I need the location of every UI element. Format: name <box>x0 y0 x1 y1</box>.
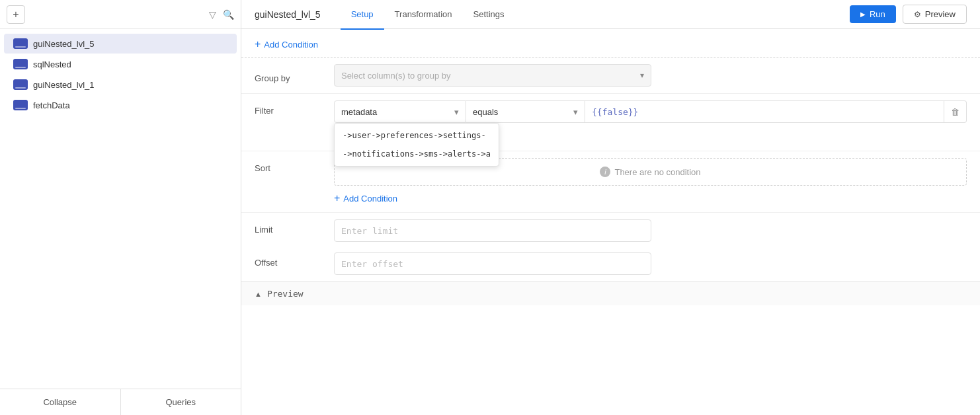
preview-footer-label: Preview <box>267 289 304 299</box>
sidebar-footer: Collapse Queries <box>0 389 241 415</box>
query-icon <box>13 79 28 90</box>
filter-label: Filter <box>255 100 321 116</box>
limit-section: Limit Offset <box>241 213 980 282</box>
query-icon <box>13 38 28 49</box>
sidebar: + ▽ 🔍 guiNested_lvl_5 sqlNested guiNeste… <box>0 0 241 415</box>
sidebar-icon-group: ▽ 🔍 <box>209 9 234 20</box>
trash-icon: 🗑 <box>951 107 960 117</box>
sidebar-item-label: guiNested_lvl_1 <box>33 80 95 90</box>
sort-label: Sort <box>255 158 321 173</box>
tab-transformation[interactable]: Transformation <box>384 1 463 30</box>
sidebar-item-sqlnested[interactable]: sqlNested <box>4 54 237 74</box>
sidebar-items-list: guiNested_lvl_5 sqlNested guiNested_lvl_… <box>0 29 241 389</box>
sidebar-header: + ▽ 🔍 <box>0 0 241 29</box>
tab-bar: Setup Transformation Settings <box>341 0 515 29</box>
preview-button[interactable]: Preview <box>903 5 967 24</box>
info-icon: i <box>600 167 610 177</box>
dropdown-item[interactable]: ->notifications->sms->alerts->a <box>335 145 499 163</box>
plus-icon: + <box>255 38 261 50</box>
collapse-button[interactable]: Collapse <box>0 389 120 415</box>
dropdown-item[interactable]: ->user->preferences->settings- <box>335 126 499 145</box>
filter-operator-select[interactable]: equals ▾ <box>466 100 585 123</box>
filter-dropdown-popup: ->user->preferences->settings- ->notific… <box>334 123 499 167</box>
document-title: guiNested_lvl_5 <box>255 9 321 20</box>
sidebar-item-guinested-lvl1[interactable]: guiNested_lvl_1 <box>4 75 237 94</box>
search-icon[interactable]: 🔍 <box>223 9 234 20</box>
group-by-label: Group by <box>255 68 321 83</box>
filter-field-select[interactable]: metadata ▾ ->user->preferences->settings… <box>334 100 466 123</box>
header-left: guiNested_lvl_5 Setup Transformation Set… <box>255 0 515 29</box>
filter-row: metadata ▾ ->user->preferences->settings… <box>334 100 967 123</box>
chevron-down-icon: ▾ <box>573 107 578 117</box>
add-condition-top-section: + Add Condition <box>241 29 980 57</box>
offset-label: Offset <box>255 252 321 268</box>
group-by-select[interactable]: Select column(s) to group by ▾ <box>334 64 651 87</box>
filter-section: Filter metadata ▾ ->user->preferences->s… <box>241 94 980 151</box>
sidebar-item-label: sqlNested <box>33 59 71 69</box>
preview-footer[interactable]: ▲ Preview <box>241 282 980 305</box>
tab-settings[interactable]: Settings <box>463 1 515 30</box>
main-panel: guiNested_lvl_5 Setup Transformation Set… <box>241 0 980 415</box>
offset-input[interactable] <box>334 252 651 275</box>
plus-icon: + <box>334 192 340 204</box>
main-header: guiNested_lvl_5 Setup Transformation Set… <box>241 0 980 29</box>
tab-setup[interactable]: Setup <box>341 1 384 30</box>
query-icon <box>13 100 28 110</box>
filter-content: metadata ▾ ->user->preferences->settings… <box>334 100 967 144</box>
collapse-arrow-icon: ▲ <box>255 290 262 298</box>
filter-delete-button[interactable]: 🗑 <box>944 100 967 123</box>
sidebar-item-fetchdata[interactable]: fetchData <box>4 95 237 115</box>
sidebar-item-guinested-lvl5[interactable]: guiNested_lvl_5 <box>4 34 237 54</box>
add-query-button[interactable]: + <box>7 5 25 24</box>
sidebar-item-label: guiNested_lvl_5 <box>33 39 95 49</box>
sidebar-item-label: fetchData <box>33 100 70 110</box>
group-by-section: Group by Select column(s) to group by ▾ <box>241 57 980 94</box>
main-content: + Add Condition Group by Select column(s… <box>241 29 980 415</box>
chevron-down-icon: ▾ <box>454 107 459 117</box>
limit-input[interactable] <box>334 219 651 242</box>
filter-value-input[interactable]: {{false}} <box>585 100 944 123</box>
queries-button[interactable]: Queries <box>120 389 241 415</box>
filter-icon[interactable]: ▽ <box>209 9 216 20</box>
chevron-down-icon: ▾ <box>640 71 644 80</box>
add-condition-top-button[interactable]: + Add Condition <box>255 37 318 52</box>
run-button[interactable]: Run <box>850 5 896 23</box>
header-right: Run Preview <box>850 5 967 24</box>
group-by-placeholder: Select column(s) to group by <box>341 71 450 81</box>
query-icon <box>13 59 28 69</box>
limit-label: Limit <box>255 219 321 235</box>
add-condition-sort-button[interactable]: + Add Condition <box>334 191 397 206</box>
